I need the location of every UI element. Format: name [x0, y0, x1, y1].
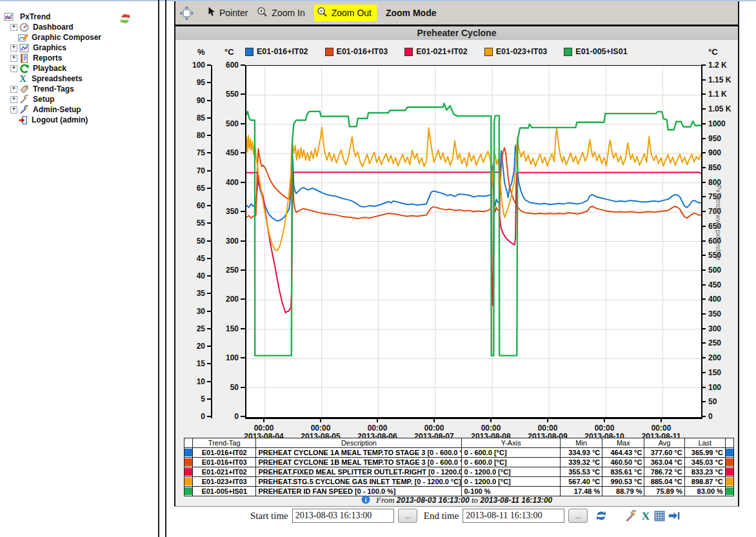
celsius-left-tick — [241, 211, 245, 212]
pan-pad-icon[interactable] — [179, 6, 198, 21]
sidebar-item-playback[interactable]: +Playback — [4, 63, 152, 73]
start-time-input[interactable] — [292, 509, 394, 523]
col-header-trend-tag: Trend-Tag — [193, 438, 256, 448]
expander-plus-icon[interactable]: + — [10, 106, 17, 113]
tree-connector — [10, 35, 16, 41]
celsius-right-tick-label: 1.2 K — [708, 61, 739, 69]
sidebar-item-reports[interactable]: +Reports — [4, 53, 152, 63]
setup-icon — [19, 95, 30, 104]
sidebar-item-graphics[interactable]: +Graphics — [4, 43, 152, 53]
percent-tick — [207, 82, 211, 83]
table-row-e01-016-it03[interactable]: E01-016+IT03PREHEAT CYCLONE 1B MEAL TEMP… — [184, 458, 734, 467]
series-e01-021-it02 — [246, 172, 701, 313]
x-axis-time-label: 00:00 — [581, 424, 628, 433]
celsius-right-tick-label: 200 — [708, 354, 739, 362]
legend-label: E01-021+IT02 — [416, 47, 468, 56]
refresh-chart-icon[interactable] — [595, 510, 607, 522]
percent-tick-label: 55 — [186, 219, 205, 227]
percent-tick-label: 60 — [186, 202, 205, 210]
legend-label: E01-016+IT02 — [257, 47, 308, 56]
app-window: PxTrend+DashboardGraphic Composer+Graphi… — [0, 0, 756, 537]
celsius-right-tick-label: 1.15 K — [708, 76, 739, 84]
refresh-tree-icon[interactable] — [119, 13, 131, 24]
admin-setup-icon — [19, 105, 30, 115]
plot-area[interactable] — [245, 65, 702, 419]
tools-icon[interactable] — [625, 510, 637, 522]
sidebar-item-graphic-composer[interactable]: Graphic Composer — [4, 32, 152, 43]
table-row-e01-023-it03[interactable]: E01-023+IT03PREHEAT.STG.5 CYCLONE GAS IN… — [184, 477, 734, 487]
percent-tick — [207, 381, 211, 382]
celsius-left-tick-label: 50 — [217, 384, 239, 391]
celsius-right-tick-label: 300 — [708, 325, 739, 333]
celsius-right-tick-label: 800 — [708, 179, 739, 186]
time-range-info: i From 2013-08-03 16:13:00 to 2013-08-11… — [175, 495, 738, 506]
percent-tick — [207, 416, 211, 417]
expander-plus-icon[interactable]: + — [10, 44, 17, 52]
celsius-left-tick — [241, 298, 245, 300]
table-row-e01-016-it02[interactable]: E01-016+IT02PREHEAT CYCLONE 1A MEAL TEMP… — [184, 448, 734, 458]
series-e01-005-is01 — [246, 103, 701, 355]
expander-plus-icon[interactable]: + — [10, 55, 17, 62]
sidebar-item-trend-tags[interactable]: +Trend-Tags — [4, 84, 152, 94]
cell-trend-tag: E01-021+IT02 — [193, 467, 256, 477]
zoom-in-tool[interactable]: Zoom In — [257, 6, 304, 19]
sidebar-item-admin-setup[interactable]: +Admin-Setup — [4, 104, 152, 115]
go-to-end-icon[interactable] — [668, 511, 680, 521]
end-time-input[interactable] — [463, 509, 564, 523]
svg-text:X: X — [19, 74, 26, 84]
pointer-tool[interactable]: Pointer — [207, 6, 248, 19]
sidebar-item-setup[interactable]: +Setup — [4, 94, 152, 104]
col-header-max: Max — [602, 438, 644, 448]
celsius-right-tick-label: 1.05 K — [708, 105, 739, 113]
trend-panel: Pointer Zoom In Zoom Out Zoom Mode Prehe… — [174, 1, 739, 507]
sidebar-item-label: Dashboard — [33, 23, 74, 32]
sidebar-item-label: Graphics — [33, 43, 66, 52]
sidebar-root-label: PxTrend — [20, 12, 50, 21]
x-axis-time-label: 00:00 — [411, 424, 457, 433]
cell-max: 835.61 °C — [602, 467, 644, 477]
cell-min: 567.40 °C — [561, 477, 602, 487]
start-time-browse-button[interactable]: ... — [398, 509, 417, 523]
celsius-left-tick-label: 500 — [217, 120, 239, 128]
cell-description: PREHEAT CYCLONE 1B MEAL TEMP.TO STAGE 3 … — [256, 458, 462, 467]
row-color-swatch — [184, 477, 193, 487]
celsius-right-tick-label: 450 — [708, 281, 739, 289]
celsius-left-tick-label: 200 — [217, 295, 239, 303]
end-time-browse-button[interactable]: ... — [568, 509, 588, 523]
legend-item-e01-021-it02: E01-021+IT02 — [404, 47, 468, 56]
percent-tick-label: 90 — [186, 97, 205, 104]
expander-plus-icon[interactable]: + — [10, 65, 17, 72]
celsius-left-tick-label: 550 — [217, 90, 239, 98]
expander-plus-icon[interactable]: + — [10, 96, 17, 103]
export-spreadsheet-icon[interactable]: X — [640, 510, 652, 522]
percent-tick — [207, 205, 211, 206]
zoom-out-icon — [317, 6, 332, 19]
percent-axis-header: % — [197, 47, 205, 57]
celsius-left-tick-label: 300 — [217, 237, 239, 245]
sidebar-item-label: Spreadsheets — [32, 74, 83, 83]
x-axis-time-label: 00:00 — [297, 424, 344, 433]
sidebar-item-spreadsheets[interactable]: XSpreadsheets — [4, 73, 152, 84]
cell-min: 355.53 °C — [561, 467, 602, 477]
x-axis-time-label: 00:00 — [241, 424, 287, 433]
cell-avg: 786.72 °C — [644, 467, 684, 477]
reports-icon — [19, 54, 30, 63]
celsius-left-tick — [241, 269, 245, 271]
expander-plus-icon[interactable]: + — [10, 24, 17, 31]
trend-tags-icon — [19, 84, 30, 94]
percent-tick — [207, 100, 211, 101]
cell-max: 990.53 °C — [602, 477, 644, 487]
percent-tick — [207, 258, 211, 259]
x-axis-time-label: 00:00 — [524, 424, 571, 433]
data-grid-icon[interactable] — [654, 511, 665, 522]
cell-last: 345.03 °C — [684, 458, 725, 467]
sidebar-divider — [158, 0, 159, 537]
zoom-out-tool[interactable]: Zoom Out — [314, 5, 377, 21]
expander-plus-icon[interactable]: + — [10, 86, 17, 93]
sidebar-item-logout-admin[interactable]: Logout (admin) — [4, 115, 152, 125]
celsius-left-tick — [241, 123, 245, 124]
celsius-left-axis-header: °C — [224, 47, 234, 57]
table-row-e01-021-it02[interactable]: E01-021+IT02PREHEAT.FIXED MEAL SPLITTER … — [184, 467, 734, 477]
col-header-description: Description — [256, 438, 462, 448]
cell-trend-tag: E01-016+IT02 — [193, 448, 256, 458]
